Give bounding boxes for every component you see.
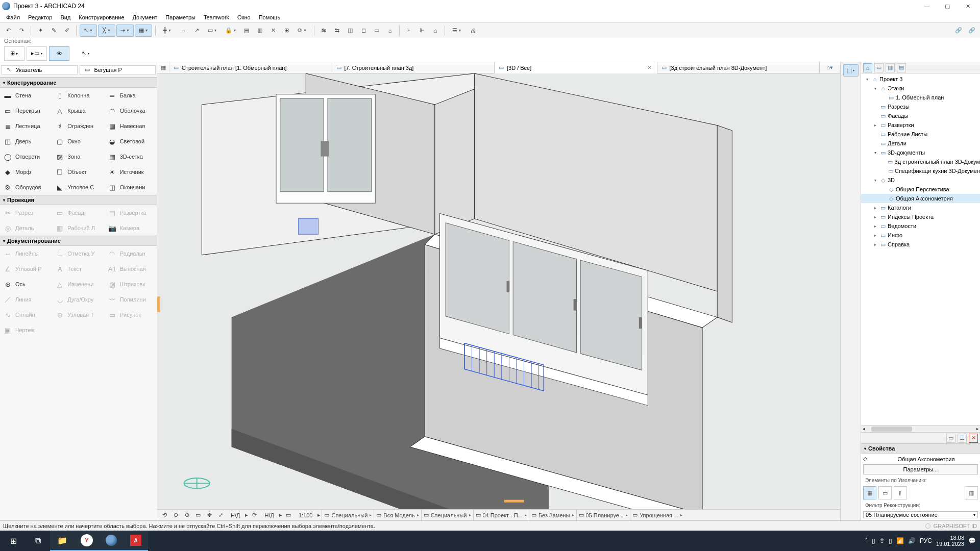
shape-button[interactable]: ▭▼: [204, 24, 221, 37]
ruler-button[interactable]: ↔: [177, 24, 189, 37]
cursor-mode-button[interactable]: ↖▼: [80, 24, 97, 37]
view-chip-5[interactable]: ▭05 Планируе...▸: [576, 510, 630, 520]
tool-источник[interactable]: ☀Источник: [105, 164, 157, 180]
tool-m[interactable]: ⊩: [416, 24, 428, 37]
tool-навесная[interactable]: ▦Навесная: [105, 118, 157, 134]
tool-n[interactable]: ⌂: [429, 24, 442, 37]
taskview-button[interactable]: ⧉: [26, 531, 50, 551]
tool-d[interactable]: ⊞: [280, 24, 292, 37]
tab-1[interactable]: ▭[7. Строительный план 3д]: [332, 62, 495, 73]
tool-линейны[interactable]: ↔Линейны: [0, 246, 52, 261]
view-chip-2[interactable]: ▭Специальный▸: [421, 510, 473, 520]
nav-item-17[interactable]: ▸▭Справка: [861, 240, 980, 249]
menu-file[interactable]: Файл: [2, 13, 24, 21]
tool-o[interactable]: ☰▼: [448, 24, 465, 37]
navtab-publisher[interactable]: ▤: [897, 63, 906, 72]
tool-оборудов[interactable]: ⚙Оборудов: [0, 180, 52, 195]
nav-action-delete[interactable]: ✕: [969, 434, 978, 443]
measure-button[interactable]: ↗: [190, 24, 203, 37]
tool-g[interactable]: ⇆: [331, 24, 343, 37]
tool-окно[interactable]: ▢Окно: [52, 134, 104, 149]
view-chip-1[interactable]: ▭Вся Модель▸: [374, 510, 421, 520]
tray-up-icon[interactable]: ˄: [865, 537, 868, 544]
def-btn-2[interactable]: ▭: [878, 486, 892, 499]
menu-document[interactable]: Документ: [129, 13, 162, 21]
nav-item-5[interactable]: ▭Рабочие Листы: [861, 130, 980, 139]
tool-выносная[interactable]: A1Выносная: [105, 261, 157, 277]
tool-радиальн[interactable]: ◠Радиальн: [105, 246, 157, 261]
tool-узловая т[interactable]: ⊙Узловая Т: [52, 307, 104, 322]
tool-объект[interactable]: ☐Объект: [52, 164, 104, 180]
nav-item-13[interactable]: ▸▭Каталоги: [861, 203, 980, 212]
nav-hscroll[interactable]: ◂▸: [861, 425, 980, 432]
tool-i[interactable]: ◻: [357, 24, 370, 37]
view-chip-4[interactable]: ▭Без Замены▸: [529, 510, 576, 520]
redo-button[interactable]: ↷: [15, 24, 28, 37]
tab-overview-icon[interactable]: ▦: [157, 62, 169, 73]
tab-0[interactable]: ▭Строительный план [1. Обмерный план]: [169, 62, 332, 73]
pick-button[interactable]: ✦: [34, 24, 46, 37]
pointer-tool[interactable]: ↖Указатель: [1, 65, 78, 74]
minimize-button[interactable]: —: [917, 0, 937, 12]
view-chip-0[interactable]: ▭Специальный▸: [322, 510, 374, 520]
tab-2[interactable]: ▭[3D / Все]✕: [495, 62, 657, 73]
nav-item-12[interactable]: ◇Общая Аксонометрия: [861, 194, 980, 203]
tool-h[interactable]: ◫: [344, 24, 356, 37]
tool-стена[interactable]: ▬Стена: [0, 88, 52, 103]
tool-камера[interactable]: 📷Камера: [105, 220, 157, 236]
section-projection[interactable]: ▾Проекция: [0, 195, 157, 205]
maximize-button[interactable]: ▢: [937, 0, 958, 12]
tool-перекрыт[interactable]: ▭Перекрыт: [0, 103, 52, 118]
tool-колонна[interactable]: ▯Колонна: [52, 88, 104, 103]
tray-wifi-icon[interactable]: 📶: [896, 537, 904, 544]
menu-edit[interactable]: Редактор: [24, 13, 56, 21]
tool-a[interactable]: ▤: [240, 24, 253, 37]
subbtn-3[interactable]: 👁: [49, 46, 69, 61]
tool-c[interactable]: ✕: [267, 24, 279, 37]
syringe-button[interactable]: ✐: [61, 24, 73, 37]
menu-options[interactable]: Параметры: [161, 13, 200, 21]
nav-item-11[interactable]: ◇Общая Перспектива: [861, 185, 980, 194]
nav-item-14[interactable]: ▸▭Индексы Проекта: [861, 212, 980, 221]
properties-header[interactable]: ▾Свойства: [861, 443, 980, 454]
navtab-layouts[interactable]: ▥: [886, 63, 895, 72]
close-button[interactable]: ✕: [958, 0, 978, 12]
tool-развертка[interactable]: ▤Развертка: [105, 205, 157, 220]
eyedropper-button[interactable]: ✎: [47, 24, 60, 37]
tray-battery-icon[interactable]: ▯: [872, 537, 875, 544]
props-filter-combo[interactable]: 05 Планируемое состояние▾: [863, 511, 978, 518]
tool-b[interactable]: ▥: [254, 24, 266, 37]
tool-окончани[interactable]: ◫Окончани: [105, 180, 157, 195]
tool-ось[interactable]: ⊕Ось: [0, 277, 52, 292]
menu-view[interactable]: Вид: [56, 13, 75, 21]
view-chip-6[interactable]: ▭Упрощенная ...▸: [630, 510, 684, 520]
tray-vol-icon[interactable]: 🔊: [908, 537, 916, 544]
tool-угловое с[interactable]: ◣Угловое С: [52, 180, 104, 195]
nav-root[interactable]: ▾⌂Проект 3: [861, 74, 980, 84]
nav-item-3[interactable]: ▭Фасады: [861, 111, 980, 120]
tool-отметка у[interactable]: ⊥Отметка У: [52, 246, 104, 261]
vb-hand[interactable]: ✥: [204, 511, 214, 520]
tool-f[interactable]: ↹: [317, 24, 330, 37]
tool-l[interactable]: ⊦: [403, 24, 415, 37]
tool-оболочка[interactable]: ◠Оболочка: [105, 103, 157, 118]
tool-фасад[interactable]: ▭Фасад: [52, 205, 104, 220]
navtab-project[interactable]: ⌂: [863, 63, 872, 72]
nav-item-7[interactable]: ▾▭3D-документы: [861, 148, 980, 157]
start-button[interactable]: ⊞: [1, 531, 26, 551]
nav-item-1[interactable]: ▭1. Обмерный план: [861, 93, 980, 102]
navtab-views[interactable]: ▭: [874, 63, 884, 72]
tool-световой[interactable]: ◒Световой: [105, 134, 157, 149]
tool-крыша[interactable]: △Крыша: [52, 103, 104, 118]
nav-item-2[interactable]: ▭Разрезы: [861, 102, 980, 111]
3d-viewport[interactable]: [157, 73, 840, 509]
link-button[interactable]: 🔗: [952, 24, 965, 37]
tool-лестница[interactable]: ≣Лестница: [0, 118, 52, 134]
vb-refresh[interactable]: ⟳: [249, 511, 259, 520]
snap-mode-button[interactable]: ╳▼: [98, 24, 115, 37]
nav-item-8[interactable]: ▭3д строительный план 3D-Докум: [861, 157, 980, 166]
tool-огражден[interactable]: ♯Огражден: [52, 118, 104, 134]
nav-action-settings[interactable]: ☰: [958, 434, 967, 443]
tool-чертеж[interactable]: ▣Чертеж: [0, 322, 52, 338]
props-params-button[interactable]: Параметры...: [863, 464, 978, 474]
